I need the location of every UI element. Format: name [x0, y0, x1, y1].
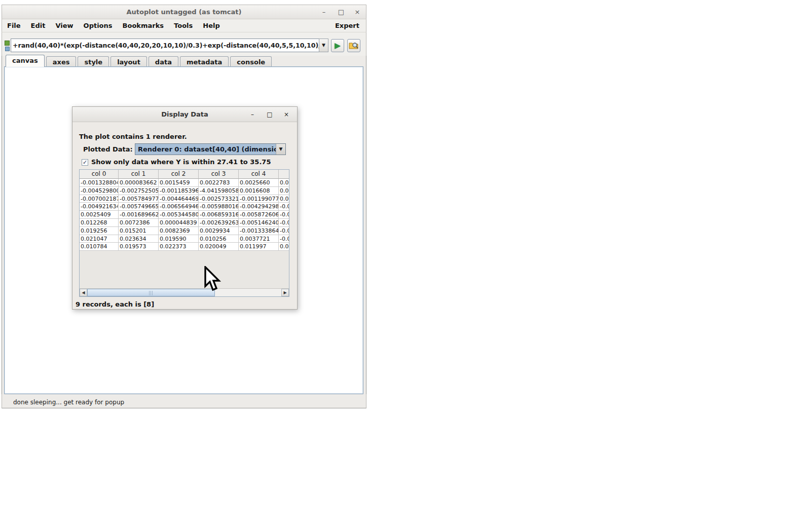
table-cell[interactable]: -0.001199077... [239, 195, 279, 203]
table-cell[interactable]: -0.0 [279, 211, 289, 219]
menu-options[interactable]: Options [79, 22, 118, 29]
table-cell[interactable]: 0.010784 [80, 243, 119, 251]
table-cell[interactable]: 0.00 [279, 179, 289, 187]
table-cell[interactable]: 0.021047 [80, 235, 119, 243]
table-cell[interactable]: -4.041598058... [199, 187, 239, 195]
dialog-minimize-icon[interactable]: – [246, 108, 259, 121]
window-close-icon[interactable]: × [352, 5, 363, 19]
menu-edit[interactable]: Edit [26, 22, 51, 29]
dialog-maximize-icon[interactable]: □ [264, 108, 276, 121]
column-header[interactable]: col 4 [239, 170, 279, 179]
table-cell[interactable]: -0.005872606... [239, 211, 279, 219]
table-cell[interactable]: 0.0015459 [159, 179, 199, 187]
table-cell[interactable]: -0.004921634... [80, 203, 119, 211]
datasource-type2-icon[interactable] [5, 47, 10, 51]
window-minimize-icon[interactable]: – [318, 5, 329, 19]
screen: Autoplot untagged (as tomcat) – □ × File… [0, 0, 811, 532]
scroll-right-icon[interactable]: ▶ [281, 289, 289, 296]
table-cell[interactable]: -0.002573321... [199, 195, 239, 203]
table-cell[interactable]: -0.0 [279, 235, 289, 243]
scrollbar-thumb[interactable] [87, 289, 215, 296]
table-row: -0.001328804...0.0000836620.00154590.002… [80, 179, 289, 187]
menu-bookmarks[interactable]: Bookmarks [118, 22, 169, 29]
table-cell[interactable]: 0.019256 [80, 227, 119, 235]
table-cell[interactable]: 0.019590 [159, 235, 199, 243]
table-cell[interactable]: 0.0082369 [159, 227, 199, 235]
menu-tools[interactable]: Tools [169, 22, 198, 29]
column-header[interactable]: col 3 [199, 170, 239, 179]
expert-mode-label[interactable]: Expert [335, 22, 366, 29]
table-cell[interactable]: -0.006564946... [159, 203, 199, 211]
table-cell[interactable]: 0.012268 [80, 219, 119, 227]
tab-canvas[interactable]: canvas [6, 55, 45, 67]
filter-checkbox[interactable]: ✓ [82, 159, 88, 166]
column-header[interactable]: col 0 [80, 170, 119, 179]
table-cell[interactable]: -0.001185396... [159, 187, 199, 195]
table-cell[interactable]: -0.0 [279, 203, 289, 211]
table-cell[interactable]: -0.005146240... [239, 219, 279, 227]
table-cell[interactable]: -0.005344580... [159, 211, 199, 219]
dialog-titlebar[interactable]: Display Data – □ × [72, 107, 297, 122]
table-cell[interactable]: 0.00 [279, 187, 289, 195]
table-cell[interactable]: 0.0025409 [80, 211, 119, 219]
menu-help[interactable]: Help [198, 22, 225, 29]
table-cell[interactable]: 0.0029934 [199, 227, 239, 235]
table-cell[interactable]: 0.019573 [119, 243, 159, 251]
tab-data[interactable]: data [149, 56, 178, 67]
table-cell[interactable]: 0.0072386 [119, 219, 159, 227]
window-titlebar[interactable]: Autoplot untagged (as tomcat) – □ × [2, 5, 366, 19]
table-cell[interactable]: 0.010256 [199, 235, 239, 243]
table-cell[interactable]: 0.015201 [119, 227, 159, 235]
table-cell[interactable]: 0.0022783 [199, 179, 239, 187]
table-cell[interactable]: -0.002752505... [119, 187, 159, 195]
table-cell[interactable]: -0.0 [279, 219, 289, 227]
uri-dropdown-button[interactable]: ▼ [319, 39, 328, 52]
table-cell[interactable]: 0.011997 [239, 243, 279, 251]
go-button[interactable]: ▶ [331, 39, 344, 52]
table-cell[interactable]: -0.004464469... [159, 195, 199, 203]
table-cell[interactable]: 0.00 [279, 243, 289, 251]
datasource-type-icon[interactable] [5, 41, 10, 46]
table-cell[interactable]: -0.007002187... [80, 195, 119, 203]
table-cell[interactable]: -0.0 [279, 227, 289, 235]
column-header[interactable]: col 2 [159, 170, 199, 179]
table-cell[interactable]: -0.006859316... [199, 211, 239, 219]
menu-view[interactable]: View [50, 22, 78, 29]
column-header[interactable]: col 1 [119, 170, 159, 179]
tab-metadata[interactable]: metadata [180, 56, 229, 67]
table-cell[interactable]: -0.005988016... [199, 203, 239, 211]
scroll-left-icon[interactable]: ◀ [80, 289, 87, 296]
table-cell[interactable]: 0.000044839 [159, 219, 199, 227]
tab-style[interactable]: style [78, 56, 109, 67]
table-cell[interactable]: 0.023634 [119, 235, 159, 243]
table-cell[interactable]: 0.022373 [159, 243, 199, 251]
table-cell[interactable]: -0.005749665... [119, 203, 159, 211]
chevron-down-icon: ▼ [276, 144, 285, 155]
tab-layout[interactable]: layout [110, 56, 147, 67]
table-cell[interactable]: -0.005784977... [119, 195, 159, 203]
dialog-close-icon[interactable]: × [280, 108, 292, 121]
table-cell[interactable]: -0.002639263... [199, 219, 239, 227]
table-cell[interactable]: -0.001689662... [119, 211, 159, 219]
menu-file[interactable]: File [2, 22, 26, 29]
inspect-uri-button[interactable] [347, 39, 360, 52]
column-header[interactable] [279, 170, 289, 179]
table-cell[interactable]: 0.00 [279, 195, 289, 203]
table-cell[interactable]: 0.0025660 [239, 179, 279, 187]
table-cell[interactable]: 0.020049 [199, 243, 239, 251]
table-cell[interactable]: -0.004529800... [80, 187, 119, 195]
table-cell[interactable]: 0.000083662 [119, 179, 159, 187]
table-cell[interactable]: -0.001328804... [80, 179, 119, 187]
table-cell[interactable]: -0.004294298... [239, 203, 279, 211]
tab-console[interactable]: console [230, 56, 272, 67]
table-cell[interactable]: 0.0037721 [239, 235, 279, 243]
plotted-data-combo[interactable]: Renderer 0: dataset[40,40] (dimension...… [135, 143, 286, 155]
window-title: Autoplot untagged (as tomcat) [2, 5, 366, 19]
tab-axes[interactable]: axes [46, 56, 77, 67]
table-cell[interactable]: -0.001333864... [239, 227, 279, 235]
table-cell[interactable]: 0.0016608 [239, 187, 279, 195]
uri-input[interactable]: +rand(40,40)*(exp(-distance(40,40,20,20,… [11, 39, 319, 52]
table-row: 0.0122680.00723860.000044839-0.002639263… [80, 219, 289, 227]
window-maximize-icon[interactable]: □ [336, 5, 347, 19]
horizontal-scrollbar[interactable]: ◀ ▶ [80, 288, 289, 296]
